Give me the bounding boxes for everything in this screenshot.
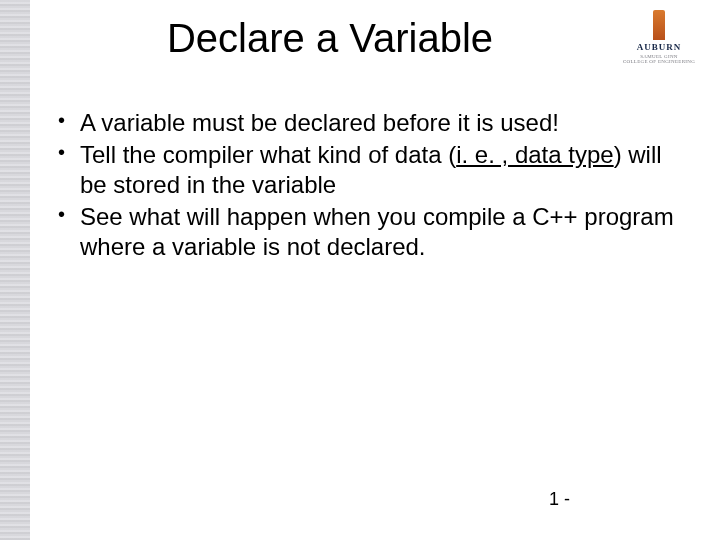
side-stripe	[0, 0, 30, 540]
logo-name: AUBURN	[614, 42, 704, 52]
university-logo: AUBURN SAMUEL GINN COLLEGE OF ENGINEERIN…	[614, 10, 704, 64]
bullet-1: A variable must be declared before it is…	[54, 108, 680, 138]
slide-title: Declare a Variable	[60, 16, 600, 61]
tower-icon	[653, 10, 665, 40]
bullet-2: Tell the compiler what kind of data (i. …	[54, 140, 680, 200]
slide-body: A variable must be declared before it is…	[54, 108, 680, 264]
page-number: 1 -	[549, 489, 570, 510]
bullet-list: A variable must be declared before it is…	[54, 108, 680, 262]
bullet-3: See what will happen when you compile a …	[54, 202, 680, 262]
bullet-2-emph: i. e. , data type	[456, 141, 613, 168]
logo-subline-2: COLLEGE OF ENGINEERING	[614, 59, 704, 64]
bullet-2-pre: Tell the compiler what kind of data (	[80, 141, 456, 168]
